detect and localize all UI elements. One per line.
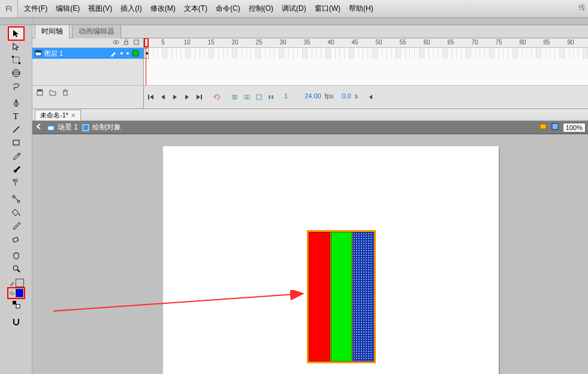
step-back-button[interactable]: [158, 92, 168, 102]
menu-window[interactable]: 窗口(W): [311, 1, 344, 16]
bone-tool[interactable]: [8, 192, 24, 206]
stage-area[interactable]: [32, 134, 588, 374]
playhead[interactable]: [146, 48, 146, 85]
onion-skin-outline-button[interactable]: [242, 92, 252, 102]
pencil-tool[interactable]: [8, 149, 24, 162]
edit-multiple-frames-button[interactable]: [254, 92, 264, 102]
rectangle-tool[interactable]: [8, 136, 24, 149]
scene-icon: [47, 123, 55, 132]
time-label: s: [355, 92, 358, 99]
current-frame-value: 1: [284, 92, 288, 99]
fill-color-swatch[interactable]: [16, 289, 23, 297]
layers-column: 图层 1: [32, 38, 144, 85]
stroke-color-row[interactable]: [8, 279, 24, 287]
delete-layer-button[interactable]: [60, 88, 71, 97]
new-layer-button[interactable]: [35, 88, 46, 97]
svg-point-3: [13, 70, 20, 77]
svg-rect-2: [19, 62, 20, 64]
lock-icon[interactable]: [123, 39, 129, 47]
timeline-panel: 图层 1 15101520253035404550556065707580859…: [32, 38, 588, 109]
layer-row-1[interactable]: 图层 1: [32, 48, 143, 59]
eraser-tool[interactable]: [8, 232, 24, 245]
breadcrumb-object[interactable]: 绘制对象: [82, 122, 121, 132]
paint-bucket-tool[interactable]: [8, 206, 24, 219]
text-tool[interactable]: T: [8, 110, 24, 123]
red-rectangle[interactable]: [309, 232, 330, 361]
edit-scene-icon[interactable]: [539, 122, 547, 132]
selection-tool[interactable]: [8, 27, 24, 40]
document-tab-title: 未命名-1*: [40, 111, 68, 120]
onion-skin-button[interactable]: [230, 92, 240, 102]
snap-tool[interactable]: [8, 315, 24, 328]
new-folder-button[interactable]: [47, 88, 58, 97]
keyframe-1[interactable]: [144, 48, 149, 59]
svg-rect-34: [247, 95, 249, 99]
menu-commands[interactable]: 命令(C): [212, 1, 244, 16]
eye-icon[interactable]: [113, 39, 119, 47]
goto-last-button[interactable]: [194, 92, 204, 102]
outline-icon[interactable]: [133, 39, 140, 47]
svg-point-4: [13, 72, 20, 74]
back-button[interactable]: [35, 122, 43, 132]
fill-color-row[interactable]: [9, 289, 23, 297]
lasso-tool[interactable]: [8, 80, 24, 93]
layer-lock-dot[interactable]: [126, 52, 129, 55]
modify-markers-button[interactable]: [266, 92, 276, 102]
zoom-level[interactable]: 100%: [563, 123, 586, 132]
subselection-tool[interactable]: [8, 40, 24, 53]
menu-edit[interactable]: 编辑(E): [52, 1, 83, 16]
drawn-object-group[interactable]: [307, 230, 376, 363]
menu-help[interactable]: 帮助(H): [345, 1, 377, 16]
svg-rect-21: [134, 40, 138, 44]
hand-tool[interactable]: [8, 249, 24, 262]
svg-rect-37: [272, 95, 273, 99]
layer-visible-dot[interactable]: [120, 52, 123, 55]
frames-ruler[interactable]: 151015202530354045505560657075808590: [144, 38, 588, 48]
eyedropper-tool[interactable]: [8, 219, 24, 232]
menu-insert[interactable]: 插入(I): [117, 1, 145, 16]
svg-text:T: T: [13, 112, 19, 121]
menu-file[interactable]: 文件(F): [20, 1, 51, 16]
frames-column: 151015202530354045505560657075808590: [144, 38, 588, 85]
line-tool[interactable]: [8, 123, 24, 136]
stroke-color-swatch[interactable]: [16, 279, 23, 287]
document-tab[interactable]: 未命名-1* ✕: [35, 110, 81, 120]
blue-pattern-rectangle[interactable]: [352, 232, 374, 361]
document-tabs: 未命名-1* ✕: [32, 109, 588, 121]
stage-canvas[interactable]: [163, 146, 499, 374]
svg-rect-26: [64, 91, 67, 95]
loop-button[interactable]: [212, 92, 222, 102]
scroll-left-button[interactable]: [366, 92, 376, 102]
svg-rect-42: [552, 123, 558, 129]
green-rectangle[interactable]: [331, 232, 352, 361]
brush-tool[interactable]: [8, 162, 24, 176]
drawing-object-icon: [82, 123, 90, 132]
deco-tool[interactable]: [8, 176, 24, 189]
tab-timeline[interactable]: 时间轴: [35, 25, 70, 38]
layer-tools: [32, 86, 144, 108]
menu-text[interactable]: 文本(T): [180, 1, 211, 16]
main-area: 时间轴 动画编辑器 图层 1: [32, 25, 588, 374]
zoom-tool[interactable]: [8, 262, 24, 275]
swap-colors-tool[interactable]: [8, 298, 24, 311]
frames-track[interactable]: [144, 48, 588, 85]
svg-rect-35: [257, 95, 261, 99]
play-button[interactable]: [170, 92, 180, 102]
edit-symbols-icon[interactable]: [551, 122, 559, 132]
svg-rect-22: [35, 52, 41, 56]
free-transform-tool[interactable]: [8, 53, 24, 67]
3d-rotation-tool[interactable]: [8, 67, 24, 80]
pen-tool[interactable]: [8, 96, 24, 110]
secondary-bar-left: [0, 18, 32, 25]
menu-view[interactable]: 视图(V): [85, 1, 116, 16]
step-forward-button[interactable]: [182, 92, 192, 102]
menu-debug[interactable]: 调试(D): [278, 1, 310, 16]
breadcrumb-scene[interactable]: 场景 1: [47, 122, 78, 132]
fps-label: fps: [325, 92, 334, 99]
layer-outline-swatch[interactable]: [132, 50, 138, 56]
close-tab-icon[interactable]: ✕: [71, 112, 76, 119]
menu-control[interactable]: 控制(O): [245, 1, 277, 16]
menu-modify[interactable]: 修改(M): [147, 1, 179, 16]
goto-first-button[interactable]: [146, 92, 156, 102]
tab-motion-editor[interactable]: 动画编辑器: [72, 25, 121, 38]
